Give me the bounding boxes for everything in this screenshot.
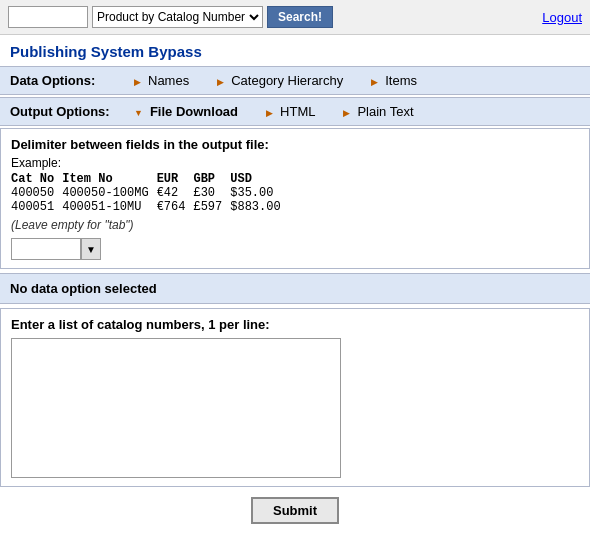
example-row-2: 400051 400051-10MU €764 £597 $883.00	[11, 200, 289, 214]
search-select[interactable]: Product by Catalog NumberProduct by Name…	[92, 6, 263, 28]
output-options-list: File Download HTML Plain Text	[120, 98, 590, 125]
output-option-html[interactable]: HTML	[252, 98, 329, 125]
example-table: Cat No Item No EUR GBP USD 400050 400050…	[11, 172, 579, 214]
page-title: Publishing System Bypass	[0, 35, 590, 66]
top-bar: Product by Catalog NumberProduct by Name…	[0, 0, 590, 35]
data-options-label: Data Options:	[0, 67, 120, 94]
output-option-plain-text[interactable]: Plain Text	[329, 98, 427, 125]
data-options-row: Data Options: Names Category Hierarchy I…	[0, 66, 590, 95]
delimiter-input-row: ▼	[11, 238, 579, 260]
search-input[interactable]	[8, 6, 88, 28]
delimiter-input[interactable]	[11, 238, 81, 260]
submit-button[interactable]: Submit	[251, 497, 339, 524]
submit-area: Submit	[0, 489, 590, 532]
example-row2-catno: 400051	[11, 200, 62, 214]
data-option-category-label: Category Hierarchy	[231, 73, 343, 88]
category-arrow-icon	[217, 73, 227, 88]
col-header-catno: Cat No	[11, 172, 62, 186]
output-options-row: Output Options: File Download HTML Plain…	[0, 97, 590, 126]
names-arrow-icon	[134, 73, 144, 88]
data-option-category-hierarchy[interactable]: Category Hierarchy	[203, 67, 357, 94]
delimiter-title: Delimiter between fields in the output f…	[11, 137, 579, 152]
file-download-arrow-icon	[134, 104, 146, 119]
tab-hint: (Leave empty for "tab")	[11, 218, 579, 232]
output-option-file-download[interactable]: File Download	[120, 98, 252, 125]
col-header-itemno: Item No	[62, 172, 156, 186]
html-arrow-icon	[266, 104, 276, 119]
items-arrow-icon	[371, 73, 381, 88]
output-option-file-download-label: File Download	[150, 104, 238, 119]
example-row1-itemno: 400050-100MG	[62, 186, 156, 200]
example-row1-catno: 400050	[11, 186, 62, 200]
data-option-items[interactable]: Items	[357, 67, 431, 94]
data-option-items-label: Items	[385, 73, 417, 88]
col-header-eur: EUR	[157, 172, 194, 186]
delimiter-input-btn[interactable]: ▼	[81, 238, 101, 260]
data-option-names[interactable]: Names	[120, 67, 203, 94]
logout-link[interactable]: Logout	[542, 10, 582, 25]
example-row1-usd: $35.00	[230, 186, 288, 200]
example-row1-gbp: £30	[193, 186, 230, 200]
catalog-textarea-wrapper	[11, 338, 341, 478]
output-option-html-label: HTML	[280, 104, 315, 119]
catalog-section-title: Enter a list of catalog numbers, 1 per l…	[11, 317, 579, 332]
output-options-label: Output Options:	[0, 98, 120, 125]
example-row2-eur: €764	[157, 200, 194, 214]
output-option-plain-text-label: Plain Text	[357, 104, 413, 119]
status-bar: No data option selected	[0, 273, 590, 304]
catalog-textarea[interactable]	[12, 339, 340, 477]
example-label: Example:	[11, 156, 579, 170]
col-header-gbp: GBP	[193, 172, 230, 186]
data-option-names-label: Names	[148, 73, 189, 88]
data-options-list: Names Category Hierarchy Items	[120, 67, 590, 94]
top-bar-left: Product by Catalog NumberProduct by Name…	[8, 6, 333, 28]
col-header-usd: USD	[230, 172, 288, 186]
catalog-section: Enter a list of catalog numbers, 1 per l…	[0, 308, 590, 487]
example-row2-usd: $883.00	[230, 200, 288, 214]
plain-text-arrow-icon	[343, 104, 353, 119]
example-row-1: 400050 400050-100MG €42 £30 $35.00	[11, 186, 289, 200]
example-row2-itemno: 400051-10MU	[62, 200, 156, 214]
search-button[interactable]: Search!	[267, 6, 333, 28]
example-row1-eur: €42	[157, 186, 194, 200]
delimiter-section: Delimiter between fields in the output f…	[0, 128, 590, 269]
example-row2-gbp: £597	[193, 200, 230, 214]
